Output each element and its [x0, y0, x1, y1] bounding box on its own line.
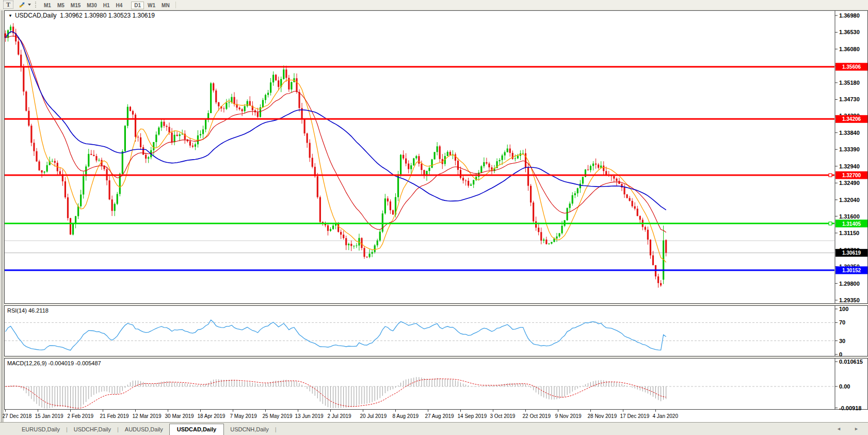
price-axis[interactable]: 1.369801.365301.360801.356301.351801.347… — [835, 11, 867, 303]
svg-text:1.33840: 1.33840 — [839, 130, 860, 136]
svg-text:27 Aug 2019: 27 Aug 2019 — [425, 413, 455, 419]
svg-text:1.34730: 1.34730 — [839, 96, 860, 102]
svg-text:28 Nov 2019: 28 Nov 2019 — [588, 413, 617, 419]
svg-text:25 May 2019: 25 May 2019 — [263, 413, 293, 419]
price-line-badge: 1.32700 — [842, 173, 861, 178]
svg-text:27 Dec 2018: 27 Dec 2018 — [3, 413, 32, 419]
macd-plot[interactable]: 0.0106150.00-0.00918 — [5, 359, 863, 411]
svg-text:30: 30 — [839, 338, 845, 344]
ohlc-close: 1.30619 — [132, 12, 154, 19]
date-axis-labels[interactable]: 27 Dec 201815 Jan 20192 Feb 201921 Feb 2… — [3, 410, 679, 419]
svg-text:0.00: 0.00 — [839, 383, 850, 390]
line-handle[interactable] — [829, 222, 832, 225]
rsi-line — [6, 320, 666, 350]
svg-text:1.32490: 1.32490 — [839, 180, 860, 186]
line-handle[interactable] — [829, 174, 832, 177]
svg-text:14 Sep 2019: 14 Sep 2019 — [458, 413, 487, 419]
tab-usdchf-daily[interactable]: USDCHF,Daily — [68, 424, 117, 435]
ma-line-mid[interactable] — [6, 36, 666, 232]
svg-text:1.36980: 1.36980 — [839, 12, 860, 19]
tab-usdcnh-daily[interactable]: USDCNH,Daily — [224, 424, 275, 435]
mt4-window: T M1M5M15M30H1H4D1W1MN 100703000.0106150… — [0, 0, 868, 435]
svg-text:7 May 2019: 7 May 2019 — [230, 413, 258, 419]
svg-text:21 Feb 2019: 21 Feb 2019 — [100, 413, 130, 419]
chart-canvas[interactable]: 100703000.0106150.00-0.009181.369801.365… — [0, 0, 868, 435]
svg-text:1.29350: 1.29350 — [839, 297, 860, 303]
svg-text:1.31600: 1.31600 — [839, 213, 860, 220]
svg-text:2 Feb 2019: 2 Feb 2019 — [68, 413, 94, 419]
svg-text:13 Jun 2019: 13 Jun 2019 — [295, 413, 324, 419]
svg-text:1.32040: 1.32040 — [839, 197, 860, 203]
tab-scroll-left-icon[interactable]: ◄ — [837, 426, 841, 431]
svg-text:3 Oct 2019: 3 Oct 2019 — [490, 413, 516, 419]
collapse-triangle-icon[interactable]: ▼ — [8, 13, 12, 18]
svg-text:1.33390: 1.33390 — [839, 146, 860, 152]
rsi-label: RSI(14) 46.2118 — [7, 307, 49, 314]
svg-text:1.29800: 1.29800 — [839, 281, 860, 287]
tab-bar: EURUSD,Daily|USDCHF,Daily|AUDUSD,DailyUS… — [0, 422, 868, 435]
tab-eurusd-daily[interactable]: EURUSD,Daily — [15, 424, 66, 435]
ohlc-low: 1.30523 — [108, 12, 131, 19]
svg-text:8 Aug 2019: 8 Aug 2019 — [393, 413, 419, 419]
chart-header: ▼USDCAD,Daily 1.30962 1.30980 1.30523 1.… — [8, 12, 155, 19]
price-line-badge: 1.35606 — [842, 64, 861, 70]
svg-text:4 Jan 2020: 4 Jan 2020 — [653, 413, 679, 419]
svg-text:1.36530: 1.36530 — [839, 29, 860, 35]
macd-label: MACD(12,26,9) -0.004019 -0.005487 — [7, 360, 101, 366]
svg-text:0.010615: 0.010615 — [839, 359, 863, 365]
svg-text:15 Jan 2019: 15 Jan 2019 — [35, 413, 63, 419]
svg-text:100: 100 — [839, 306, 848, 312]
ma-line-slow[interactable] — [6, 32, 666, 210]
ohlc-open: 1.30962 — [60, 12, 82, 19]
svg-text:2 Jul 2019: 2 Jul 2019 — [328, 413, 352, 419]
tab-scroll-right-icon[interactable]: ► — [854, 426, 859, 431]
price-line-badge: 1.30619 — [842, 250, 861, 256]
price-line-badge: 1.34206 — [842, 116, 861, 122]
price-plot[interactable] — [5, 23, 834, 288]
svg-text:1.36080: 1.36080 — [839, 46, 860, 52]
tab-usdcad-daily[interactable]: USDCAD,Daily — [169, 424, 224, 435]
tab-separator: | — [275, 426, 277, 435]
svg-text:1.32940: 1.32940 — [839, 163, 860, 169]
svg-text:18 Apr 2019: 18 Apr 2019 — [198, 413, 226, 419]
svg-text:17 Dec 2019: 17 Dec 2019 — [620, 413, 650, 419]
price-line-badge: 1.31405 — [842, 221, 861, 227]
svg-text:9 Nov 2019: 9 Nov 2019 — [555, 413, 582, 419]
svg-text:70: 70 — [839, 319, 845, 325]
svg-text:1.35180: 1.35180 — [839, 80, 860, 86]
svg-text:20 Jul 2019: 20 Jul 2019 — [360, 413, 387, 419]
chart-symbol-period: USDCAD,Daily — [15, 12, 57, 19]
rsi-plot[interactable]: 10070300 — [5, 306, 848, 358]
svg-text:12 Mar 2019: 12 Mar 2019 — [133, 413, 162, 419]
svg-text:22 Oct 2019: 22 Oct 2019 — [523, 413, 551, 419]
svg-text:0: 0 — [839, 351, 842, 358]
tab-audusd-daily[interactable]: AUDUSD,Daily — [119, 424, 169, 435]
chart-tabs: EURUSD,Daily|USDCHF,Daily|AUDUSD,DailyUS… — [15, 424, 277, 435]
price-line-badge: 1.30152 — [842, 268, 861, 273]
svg-text:-0.00918: -0.00918 — [839, 405, 861, 411]
ohlc-high: 1.30980 — [84, 12, 106, 19]
svg-text:1.31150: 1.31150 — [839, 230, 859, 236]
svg-text:30 Mar 2019: 30 Mar 2019 — [165, 413, 195, 419]
